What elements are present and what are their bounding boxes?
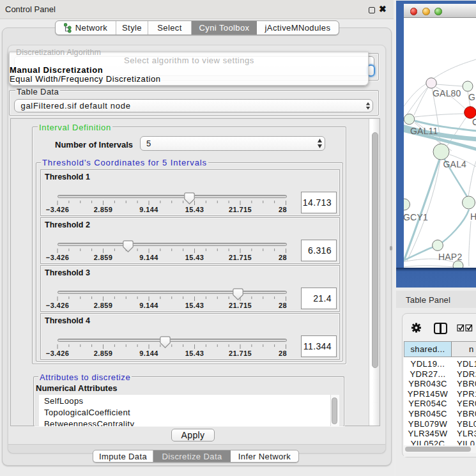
svg-text:G: G	[468, 92, 475, 102]
svg-text:GAL4: GAL4	[443, 159, 467, 169]
svg-text:GAL80: GAL80	[433, 88, 461, 98]
svg-text:GCY1: GCY1	[404, 212, 428, 222]
svg-text:HAP2: HAP2	[438, 252, 462, 262]
svg-text:H: H	[470, 211, 476, 222]
svg-text:C: C	[472, 117, 476, 127]
svg-text:GAL11: GAL11	[410, 126, 438, 136]
